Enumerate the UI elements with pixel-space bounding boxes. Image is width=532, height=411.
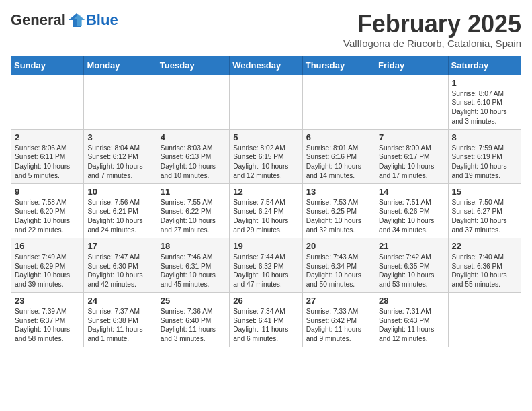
day-info: Sunrise: 8:03 AM Sunset: 6:13 PM Dayligh…	[161, 144, 226, 181]
calendar-week-row: 2Sunrise: 8:06 AM Sunset: 6:11 PM Daylig…	[11, 129, 521, 183]
calendar-cell: 11Sunrise: 7:55 AM Sunset: 6:22 PM Dayli…	[157, 183, 229, 238]
calendar-table: SundayMondayTuesdayWednesdayThursdayFrid…	[11, 56, 521, 347]
day-info: Sunrise: 7:49 AM Sunset: 6:29 PM Dayligh…	[15, 253, 80, 289]
calendar-cell: 13Sunrise: 7:53 AM Sunset: 6:25 PM Dayli…	[302, 183, 375, 238]
day-number: 7	[379, 132, 444, 142]
weekday-header-monday: Monday	[84, 56, 157, 75]
day-number: 21	[379, 241, 444, 251]
day-number: 27	[306, 295, 371, 306]
day-info: Sunrise: 7:53 AM Sunset: 6:25 PM Dayligh…	[306, 198, 371, 235]
day-number: 19	[233, 241, 298, 251]
day-number: 25	[161, 295, 226, 306]
calendar-cell: 2Sunrise: 8:06 AM Sunset: 6:11 PM Daylig…	[11, 129, 84, 183]
calendar-cell: 27Sunrise: 7:33 AM Sunset: 6:42 PM Dayli…	[302, 292, 375, 347]
calendar-cell: 26Sunrise: 7:34 AM Sunset: 6:41 PM Dayli…	[230, 292, 302, 347]
day-number: 9	[15, 187, 80, 197]
day-number: 16	[15, 241, 80, 251]
day-number: 18	[161, 241, 226, 251]
day-info: Sunrise: 7:40 AM Sunset: 6:36 PM Dayligh…	[452, 253, 517, 289]
calendar-week-row: 23Sunrise: 7:39 AM Sunset: 6:37 PM Dayli…	[11, 292, 521, 347]
day-number: 24	[87, 295, 152, 306]
day-info: Sunrise: 8:02 AM Sunset: 6:15 PM Dayligh…	[233, 144, 298, 181]
calendar-cell: 8Sunrise: 7:59 AM Sunset: 6:19 PM Daylig…	[448, 129, 521, 183]
day-info: Sunrise: 7:39 AM Sunset: 6:37 PM Dayligh…	[15, 307, 80, 344]
calendar-cell: 5Sunrise: 8:02 AM Sunset: 6:15 PM Daylig…	[230, 129, 302, 183]
day-number: 26	[233, 295, 298, 306]
calendar-cell: 16Sunrise: 7:49 AM Sunset: 6:29 PM Dayli…	[11, 238, 84, 292]
calendar-cell	[157, 75, 229, 129]
weekday-header-sunday: Sunday	[11, 56, 84, 75]
day-number: 22	[452, 241, 517, 251]
calendar-cell: 28Sunrise: 7:31 AM Sunset: 6:43 PM Dayli…	[375, 292, 448, 347]
day-number: 15	[452, 187, 517, 197]
calendar-week-row: 9Sunrise: 7:58 AM Sunset: 6:20 PM Daylig…	[11, 183, 521, 238]
day-info: Sunrise: 7:46 AM Sunset: 6:31 PM Dayligh…	[161, 253, 226, 289]
calendar-cell	[230, 75, 302, 129]
day-info: Sunrise: 7:51 AM Sunset: 6:26 PM Dayligh…	[379, 198, 444, 235]
day-info: Sunrise: 7:50 AM Sunset: 6:27 PM Dayligh…	[452, 198, 517, 235]
logo: General Blue	[11, 11, 118, 30]
weekday-header-saturday: Saturday	[448, 56, 521, 75]
day-number: 23	[15, 295, 80, 306]
calendar-cell: 21Sunrise: 7:42 AM Sunset: 6:35 PM Dayli…	[375, 238, 448, 292]
day-number: 3	[87, 132, 152, 142]
location-title: Vallfogona de Riucorb, Catalonia, Spain	[343, 38, 521, 49]
calendar-cell: 24Sunrise: 7:37 AM Sunset: 6:38 PM Dayli…	[84, 292, 157, 347]
calendar-cell: 12Sunrise: 7:54 AM Sunset: 6:24 PM Dayli…	[230, 183, 302, 238]
day-info: Sunrise: 7:54 AM Sunset: 6:24 PM Dayligh…	[233, 198, 298, 235]
day-info: Sunrise: 8:00 AM Sunset: 6:17 PM Dayligh…	[379, 144, 444, 181]
calendar-cell	[302, 75, 375, 129]
day-number: 2	[15, 132, 80, 142]
calendar-cell: 17Sunrise: 7:47 AM Sunset: 6:30 PM Dayli…	[84, 238, 157, 292]
day-info: Sunrise: 7:47 AM Sunset: 6:30 PM Dayligh…	[87, 253, 152, 289]
calendar-cell	[11, 75, 84, 129]
calendar-cell: 18Sunrise: 7:46 AM Sunset: 6:31 PM Dayli…	[157, 238, 229, 292]
day-number: 20	[306, 241, 371, 251]
day-info: Sunrise: 7:37 AM Sunset: 6:38 PM Dayligh…	[87, 307, 152, 344]
weekday-header-friday: Friday	[375, 56, 448, 75]
day-number: 8	[452, 132, 517, 142]
page-header: General Blue February 2025 Vallfogona de…	[11, 11, 521, 49]
day-number: 4	[161, 132, 226, 142]
day-number: 6	[306, 132, 371, 142]
calendar-cell: 7Sunrise: 8:00 AM Sunset: 6:17 PM Daylig…	[375, 129, 448, 183]
calendar-week-row: 16Sunrise: 7:49 AM Sunset: 6:29 PM Dayli…	[11, 238, 521, 292]
logo-blue-text: Blue	[86, 13, 118, 28]
calendar-cell: 23Sunrise: 7:39 AM Sunset: 6:37 PM Dayli…	[11, 292, 84, 347]
day-info: Sunrise: 8:01 AM Sunset: 6:16 PM Dayligh…	[306, 144, 371, 181]
day-info: Sunrise: 7:56 AM Sunset: 6:21 PM Dayligh…	[87, 198, 152, 235]
day-info: Sunrise: 7:31 AM Sunset: 6:43 PM Dayligh…	[379, 307, 444, 344]
calendar-cell: 15Sunrise: 7:50 AM Sunset: 6:27 PM Dayli…	[448, 183, 521, 238]
logo-general-text: General	[11, 13, 66, 28]
calendar-cell: 25Sunrise: 7:36 AM Sunset: 6:40 PM Dayli…	[157, 292, 229, 347]
day-info: Sunrise: 8:07 AM Sunset: 6:10 PM Dayligh…	[452, 89, 517, 126]
title-area: February 2025 Vallfogona de Riucorb, Cat…	[343, 11, 521, 49]
day-info: Sunrise: 7:58 AM Sunset: 6:20 PM Dayligh…	[15, 198, 80, 235]
calendar-cell: 1Sunrise: 8:07 AM Sunset: 6:10 PM Daylig…	[448, 75, 521, 129]
day-info: Sunrise: 7:33 AM Sunset: 6:42 PM Dayligh…	[306, 307, 371, 344]
calendar-cell: 22Sunrise: 7:40 AM Sunset: 6:36 PM Dayli…	[448, 238, 521, 292]
calendar-cell: 9Sunrise: 7:58 AM Sunset: 6:20 PM Daylig…	[11, 183, 84, 238]
day-info: Sunrise: 7:59 AM Sunset: 6:19 PM Dayligh…	[452, 144, 517, 181]
calendar-cell: 20Sunrise: 7:43 AM Sunset: 6:34 PM Dayli…	[302, 238, 375, 292]
logo-icon	[67, 11, 86, 30]
weekday-header-wednesday: Wednesday	[230, 56, 302, 75]
weekday-header-row: SundayMondayTuesdayWednesdayThursdayFrid…	[11, 56, 521, 75]
day-number: 17	[87, 241, 152, 251]
weekday-header-thursday: Thursday	[302, 56, 375, 75]
calendar-cell: 14Sunrise: 7:51 AM Sunset: 6:26 PM Dayli…	[375, 183, 448, 238]
day-info: Sunrise: 7:34 AM Sunset: 6:41 PM Dayligh…	[233, 307, 298, 344]
day-number: 12	[233, 187, 298, 197]
calendar-week-row: 1Sunrise: 8:07 AM Sunset: 6:10 PM Daylig…	[11, 75, 521, 129]
calendar-cell	[84, 75, 157, 129]
calendar-cell	[375, 75, 448, 129]
calendar-cell: 10Sunrise: 7:56 AM Sunset: 6:21 PM Dayli…	[84, 183, 157, 238]
day-number: 14	[379, 187, 444, 197]
day-number: 11	[161, 187, 226, 197]
day-info: Sunrise: 7:43 AM Sunset: 6:34 PM Dayligh…	[306, 253, 371, 289]
day-number: 13	[306, 187, 371, 197]
day-info: Sunrise: 7:44 AM Sunset: 6:32 PM Dayligh…	[233, 253, 298, 289]
weekday-header-tuesday: Tuesday	[157, 56, 229, 75]
calendar-cell	[448, 292, 521, 347]
calendar-cell: 4Sunrise: 8:03 AM Sunset: 6:13 PM Daylig…	[157, 129, 229, 183]
